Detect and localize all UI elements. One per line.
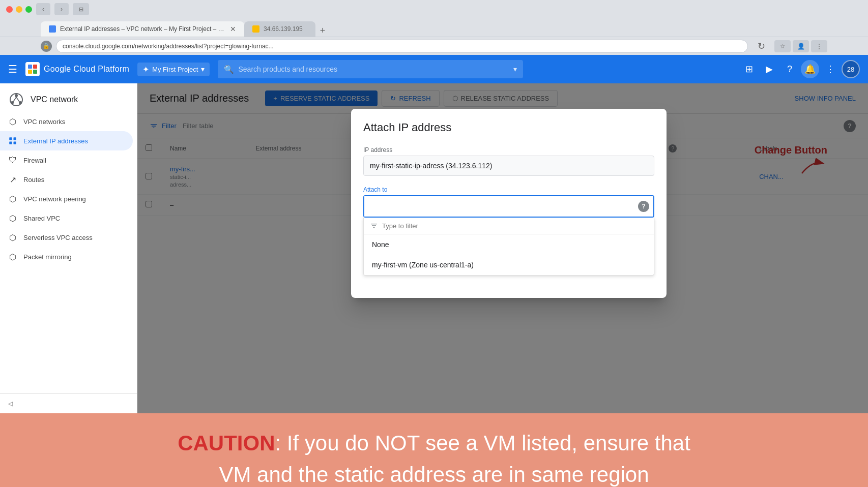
tab-switcher-button[interactable]: ⊟ — [73, 3, 89, 15]
sidebar-header: VPC network — [0, 83, 137, 112]
banner-text-line1: CAUTION: If you do NOT see a VM listed, … — [178, 430, 690, 458]
project-selector[interactable]: ✦ My First Project ▾ — [137, 63, 210, 76]
vpc-networks-icon: ⬡ — [8, 117, 17, 126]
dropdown-option-none[interactable]: None — [364, 234, 654, 255]
sidebar-item-firewall[interactable]: 🛡 Firewall — [0, 150, 133, 170]
tab-favicon — [49, 25, 56, 33]
banner-caution-word: CAUTION — [178, 431, 275, 455]
gcp-logo: Google Cloud Platform — [25, 62, 129, 76]
ip-address-field: IP address my-first-static-ip-adress (34… — [363, 146, 654, 176]
attach-to-label: Attach to — [363, 186, 654, 193]
marketplace-icon[interactable]: ⊞ — [740, 60, 758, 78]
svg-rect-7 — [14, 137, 16, 140]
sidebar-item-vpc-peering[interactable]: ⬡ VPC network peering — [0, 189, 133, 208]
shared-vpc-icon: ⬡ — [8, 214, 17, 223]
more-options-icon[interactable]: ⋮ — [821, 60, 840, 78]
attach-ip-modal: Attach IP address IP address my-first-st… — [351, 109, 667, 298]
sidebar-label-packet-mirroring: Packet mirroring — [23, 253, 72, 261]
sidebar-item-shared-vpc[interactable]: ⬡ Shared VPC — [0, 208, 133, 228]
logo-cell-4 — [33, 70, 37, 74]
attach-to-container: ? — [363, 195, 654, 218]
logo-cell-3 — [28, 70, 32, 74]
new-tab-button[interactable]: + — [315, 24, 330, 37]
browser-tab-2[interactable]: 34.66.139.195 — [244, 21, 315, 37]
sidebar-item-external-ip[interactable]: External IP addresses — [0, 131, 133, 150]
browser-tab-1[interactable]: External IP addresses – VPC network – My… — [41, 21, 244, 37]
sidebar-nav: ⬡ VPC networks External IP addresses 🛡 F… — [0, 112, 137, 393]
minimize-button[interactable] — [16, 6, 22, 13]
svg-line-5 — [13, 97, 16, 102]
search-icon: 🔍 — [224, 65, 234, 74]
svg-rect-8 — [9, 142, 12, 144]
window-controls[interactable] — [6, 6, 32, 13]
sidebar-title: VPC network — [31, 95, 78, 104]
address-bar[interactable]: console.cloud.google.com/networking/addr… — [56, 40, 748, 53]
security-icon: 🔒 — [41, 41, 52, 52]
close-button[interactable] — [6, 6, 13, 13]
gcp-title: Google Cloud Platform — [44, 65, 129, 74]
attach-to-field: Attach to ? None — [363, 186, 654, 276]
logo-cell-1 — [28, 65, 32, 69]
tab2-favicon — [252, 25, 259, 33]
search-placeholder: Search products and resources — [238, 65, 509, 73]
attach-to-help-icon[interactable]: ? — [638, 201, 649, 212]
app-container: ☰ Google Cloud Platform ✦ My First Proje… — [0, 55, 868, 487]
gcp-logo-icon — [25, 62, 40, 76]
nav-icons: ⊞ ▶ ? 🔔 ⋮ 28 — [740, 60, 860, 78]
gcp-logo-grid — [28, 65, 37, 74]
tab-close-1[interactable]: ✕ — [230, 25, 236, 33]
logo-cell-2 — [33, 65, 37, 69]
profile-button[interactable]: 👤 — [793, 40, 809, 52]
sidebar-label-serverless-vpc: Serverless VPC access — [23, 234, 93, 241]
sidebar-item-routes[interactable]: ↗ Routes — [0, 170, 133, 189]
back-button[interactable]: ‹ — [36, 3, 50, 15]
sidebar-label-routes: Routes — [23, 176, 44, 184]
hamburger-menu[interactable]: ☰ — [8, 63, 17, 75]
vpc-peering-icon: ⬡ — [8, 194, 17, 203]
sidebar: VPC network ⬡ VPC networks External IP a… — [0, 83, 137, 413]
dropdown-filter-input[interactable] — [382, 222, 648, 230]
sidebar-collapse-button[interactable]: ◁ — [0, 393, 137, 413]
user-avatar[interactable]: 28 — [842, 60, 860, 78]
bottom-banner: CAUTION: If you do NOT see a VM listed, … — [0, 413, 868, 487]
cloud-shell-icon[interactable]: ▶ — [760, 60, 778, 78]
attach-to-dropdown: None my-first-vm (Zone us-central1-a) — [363, 218, 654, 276]
tab-title-2: 34.66.139.195 — [264, 25, 303, 33]
filter-icon — [370, 222, 378, 230]
svg-line-4 — [16, 97, 19, 102]
ip-address-label: IP address — [363, 146, 654, 154]
banner-text-line2: VM and the static address are in same re… — [219, 461, 649, 487]
url-text: console.cloud.google.com/networking/addr… — [63, 43, 741, 50]
tab-title-1: External IP addresses – VPC network – My… — [60, 25, 226, 33]
packet-mirroring-icon: ⬡ — [8, 252, 17, 261]
vpc-network-logo — [8, 92, 24, 108]
menu-button[interactable]: ⋮ — [811, 40, 827, 52]
project-name: My First Project — [152, 66, 198, 73]
sidebar-label-shared-vpc: Shared VPC — [23, 215, 60, 222]
sidebar-label-firewall: Firewall — [23, 157, 46, 164]
sidebar-item-serverless-vpc[interactable]: ⬡ Serverless VPC access — [0, 228, 133, 247]
sidebar-label-vpc-networks: VPC networks — [23, 118, 65, 126]
sidebar-item-packet-mirroring[interactable]: ⬡ Packet mirroring — [0, 247, 133, 266]
bookmark-button[interactable]: ☆ — [774, 40, 791, 52]
sidebar-label-vpc-peering: VPC network peering — [23, 195, 86, 203]
sidebar-item-vpc-networks[interactable]: ⬡ VPC networks — [0, 112, 133, 131]
search-bar[interactable]: 🔍 Search products and resources ▾ — [218, 60, 523, 78]
collapse-icon: ◁ — [8, 400, 13, 407]
help-icon[interactable]: ? — [780, 60, 799, 78]
firewall-icon: 🛡 — [8, 156, 17, 165]
dropdown-option-vm[interactable]: my-first-vm (Zone us-central1-a) — [364, 255, 654, 275]
reload-button[interactable]: ↻ — [752, 37, 770, 55]
forward-button[interactable]: › — [54, 3, 69, 15]
ip-address-input: my-first-static-ip-adress (34.123.6.112) — [363, 156, 654, 176]
attach-to-input[interactable] — [364, 196, 653, 217]
maximize-button[interactable] — [25, 6, 32, 13]
notifications-icon[interactable]: 🔔 — [801, 60, 819, 78]
sidebar-label-external-ip: External IP addresses — [23, 137, 88, 145]
browser-action-buttons: ☆ 👤 ⋮ — [774, 40, 827, 52]
svg-point-1 — [15, 94, 18, 97]
modal-title: Attach IP address — [363, 121, 654, 134]
top-nav: ☰ Google Cloud Platform ✦ My First Proje… — [0, 55, 868, 83]
dropdown-filter-row — [364, 218, 654, 234]
routes-icon: ↗ — [8, 175, 17, 184]
